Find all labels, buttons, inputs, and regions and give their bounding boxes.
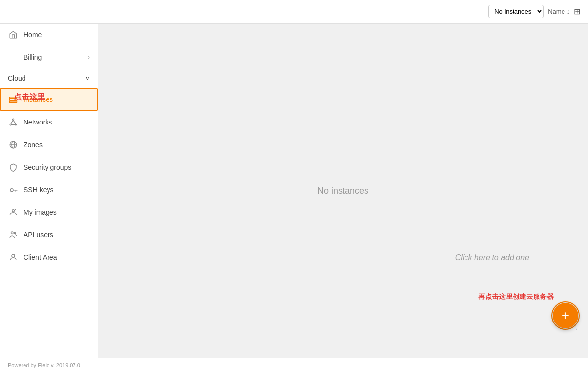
sidebar-item-instances[interactable]: Instances 点击这里 [0, 88, 98, 111]
api-users-icon [8, 229, 19, 240]
instances-filter-select[interactable]: No instances [488, 5, 544, 18]
my-images-icon [8, 207, 19, 218]
instances-icon [8, 94, 19, 105]
zones-icon [8, 139, 19, 150]
home-icon [8, 29, 19, 40]
cloud-section-label: Cloud [8, 74, 26, 82]
client-area-icon [8, 252, 19, 263]
no-instances-text: No instances [318, 186, 368, 196]
security-groups-icon [8, 162, 19, 173]
svg-point-17 [11, 232, 14, 234]
header: No instances Name ↕ ⊞ [0, 0, 588, 24]
sidebar-item-networks-label: Networks [24, 118, 52, 126]
sidebar-cloud-section[interactable]: Cloud ∨ [0, 69, 98, 88]
sidebar: Home Billing › Cloud ∨ Inst [0, 24, 98, 358]
sidebar-item-home-label: Home [24, 31, 42, 39]
sidebar-item-api-users[interactable]: API users [0, 223, 98, 246]
sidebar-item-ssh-keys-label: SSH keys [24, 186, 53, 194]
sidebar-item-billing[interactable]: Billing › [0, 46, 98, 69]
annotation-add-one: Click here to add one [455, 253, 529, 262]
sidebar-item-my-images[interactable]: My images [0, 201, 98, 223]
sidebar-item-api-users-label: API users [24, 231, 53, 239]
sidebar-item-client-area-label: Client Area [24, 253, 57, 261]
networks-icon [8, 117, 19, 127]
ssh-keys-icon [8, 184, 19, 195]
svg-point-19 [12, 254, 15, 257]
main-layout: Home Billing › Cloud ∨ Inst [0, 24, 588, 358]
sidebar-item-client-area[interactable]: Client Area [0, 246, 98, 269]
sidebar-item-instances-label: Instances [24, 96, 53, 103]
sort-label: Name ↕ [548, 8, 570, 15]
billing-icon [8, 52, 19, 63]
grid-view-icon[interactable]: ⊞ [574, 7, 580, 16]
sidebar-item-billing-label: Billing [24, 53, 42, 61]
sidebar-item-security-groups-label: Security groups [24, 163, 71, 171]
sidebar-item-home[interactable]: Home [0, 24, 98, 46]
billing-chevron: › [88, 54, 90, 61]
svg-point-5 [13, 119, 14, 120]
content-area: No instances Click here to add one 再点击这里… [98, 24, 588, 358]
footer: Powered by Fleio v. 2019.07.0 [0, 358, 588, 372]
sidebar-item-ssh-keys[interactable]: SSH keys [0, 178, 98, 201]
svg-line-6 [11, 120, 13, 124]
svg-rect-0 [10, 97, 17, 99]
powered-by-text: Powered by Fleio v. 2019.07.0 [8, 362, 80, 368]
sidebar-item-zones-label: Zones [24, 141, 43, 149]
svg-rect-1 [10, 99, 17, 100]
sidebar-item-zones[interactable]: Zones [0, 133, 98, 156]
svg-point-18 [14, 232, 16, 234]
add-instance-button[interactable]: + [553, 303, 578, 328]
sidebar-item-security-groups[interactable]: Security groups [0, 156, 98, 178]
sidebar-item-my-images-label: My images [24, 208, 57, 216]
cloud-chevron: ∨ [85, 75, 90, 82]
svg-line-7 [13, 120, 16, 124]
svg-rect-2 [10, 101, 17, 103]
annotation-create: 再点击这里创建云服务器 [478, 293, 554, 301]
svg-point-12 [10, 189, 13, 192]
sidebar-item-networks[interactable]: Networks [0, 111, 98, 133]
